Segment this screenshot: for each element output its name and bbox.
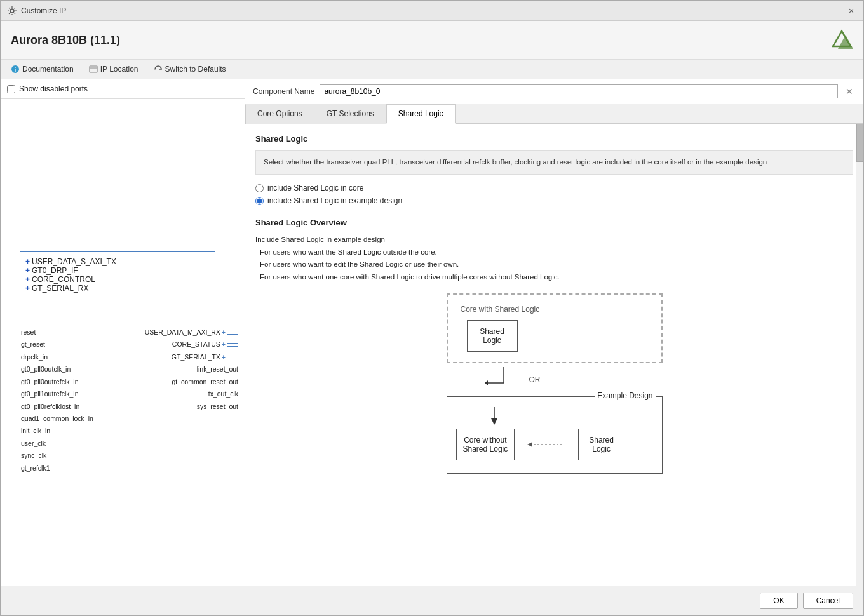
shared-logic-section: Shared Logic Select whether the transcei… (255, 134, 853, 205)
svg-marker-2 (838, 35, 853, 49)
title-bar-left: Customize IP (7, 6, 66, 16)
port-sys-reset-out: sys_reset_out (145, 401, 238, 413)
footer: OK Cancel (1, 586, 863, 615)
right-ports: USER_DATA_M_AXI_RX + CORE_STATUS + GT_SE… (145, 326, 238, 413)
port-gt0-pll0outclk-in: gt0_pll0outclk_in (21, 363, 93, 375)
or-label: OR (529, 375, 541, 384)
left-panel-header: Show disabled ports (1, 79, 245, 99)
radio-in-example-label: include Shared Logic in example design (267, 196, 402, 205)
ok-button[interactable]: OK (760, 593, 797, 609)
arrow-between (527, 438, 565, 451)
component-name-input[interactable] (320, 84, 838, 98)
scrollbar-track[interactable] (856, 124, 863, 586)
example-inner: Core withoutShared Logic SharedLogic (456, 429, 653, 460)
switch-defaults-label: Switch to Defaults (165, 65, 226, 74)
ip-location-button[interactable]: IP Location (86, 64, 141, 75)
overview-line-3: - For users who want one core with Share… (255, 271, 853, 284)
down-arrow (456, 407, 653, 425)
title-bar: Customize IP × (1, 1, 863, 21)
overview-line-0: Include Shared Logic in example design (255, 234, 853, 246)
port-user-clk: user_clk (21, 438, 93, 450)
port-reset: reset (21, 326, 93, 338)
port-gt-serial-tx: GT_SERIAL_TX + (145, 351, 238, 363)
switch-defaults-button[interactable]: Switch to Defaults (151, 64, 229, 75)
tab-shared-logic[interactable]: Shared Logic (386, 104, 456, 124)
overview-text: Include Shared Logic in example design -… (255, 234, 853, 283)
shared-logic-desc: Select whether the transceiver quad PLL,… (255, 150, 853, 175)
or-row: OR (447, 367, 663, 392)
show-disabled-ports-checkbox[interactable] (7, 85, 15, 93)
scrollbar-thumb[interactable] (856, 124, 863, 162)
svg-marker-11 (491, 418, 497, 425)
arrow-container (485, 367, 536, 392)
close-button[interactable]: × (846, 5, 857, 17)
port-link-reset-out: link_reset_out (145, 363, 238, 375)
refresh-icon (154, 65, 163, 74)
dialog-title: Aurora 8B10B (11.1) (11, 34, 120, 47)
main-content: Show disabled ports + USER_DATA_S_AXI_TX (1, 79, 863, 586)
port-tx-out-clk: tx_out_clk (145, 388, 238, 400)
shared-logic-radio-group: include Shared Logic in core include Sha… (255, 184, 853, 205)
radio-item-in-core[interactable]: include Shared Logic in core (255, 184, 853, 192)
port-gt0-pll0refclklost-in: gt0_pll0refclklost_in (21, 401, 93, 413)
shared-logic-diagram: Core with Shared Logic SharedLogic (255, 293, 853, 474)
svg-point-0 (10, 9, 14, 13)
port-gt-common-reset-out: gt_common_reset_out (145, 376, 238, 388)
dashed-arrow-icon (527, 438, 565, 451)
port-core-status: CORE_STATUS + (145, 338, 238, 351)
toolbar: i Documentation IP Location Switch to De… (1, 60, 863, 79)
svg-marker-13 (527, 442, 532, 447)
overview-line-1: - For users who want the Shared Logic ou… (255, 246, 853, 259)
info-icon: i (11, 65, 20, 74)
documentation-label: Documentation (22, 65, 74, 74)
radio-in-example[interactable] (255, 197, 264, 205)
window-title: Customize IP (21, 6, 66, 15)
tab-core-options[interactable]: Core Options (245, 104, 314, 124)
radio-item-in-example[interactable]: include Shared Logic in example design (255, 196, 853, 205)
customize-ip-window: Customize IP × Aurora 8B10B (11.1) i Doc… (0, 0, 864, 616)
documentation-button[interactable]: i Documentation (8, 64, 76, 75)
svg-text:i: i (15, 67, 17, 73)
port-line-gt-serial-rx: + GT_SERIAL_RX (25, 284, 210, 293)
arrow-down-icon (488, 407, 501, 425)
port-quad1-common-lock-in: quad1_common_lock_in (21, 413, 93, 425)
show-disabled-label[interactable]: Show disabled ports (19, 84, 88, 93)
shared-logic-title: Shared Logic (255, 134, 853, 144)
schematic-diagram: + USER_DATA_S_AXI_TX + GT0_DRP_IF + CORE… (1, 99, 245, 586)
port-gt-reset: gt_reset (21, 338, 93, 351)
tab-content-shared-logic: Shared Logic Select whether the transcei… (245, 124, 863, 586)
port-drpclk-in: drpclk_in (21, 351, 93, 363)
port-init-clk-in: init_clk_in (21, 425, 93, 437)
app-icon (7, 6, 17, 16)
svg-marker-9 (485, 380, 488, 385)
component-name-label: Component Name (253, 87, 314, 96)
port-line-user-data: + USER_DATA_S_AXI_TX (25, 257, 210, 266)
interface-lines: + USER_DATA_S_AXI_TX + GT0_DRP_IF + CORE… (20, 255, 215, 295)
shared-logic-overview-section: Shared Logic Overview Include Shared Log… (255, 218, 853, 283)
tabs-container: Core Options GT Selections Shared Logic (245, 104, 863, 124)
cancel-button[interactable]: Cancel (803, 593, 853, 609)
header: Aurora 8B10B (11.1) (1, 21, 863, 60)
example-design-label: Example Design (595, 391, 655, 400)
overview-line-2: - For users who want to edit the Shared … (255, 258, 853, 271)
radio-in-core-label: include Shared Logic in core (267, 184, 363, 192)
clear-component-name-button[interactable]: ✕ (843, 86, 856, 97)
shared-logic-inner-box: SharedLogic (467, 320, 518, 352)
port-line-core-control: + CORE_CONTROL (25, 275, 210, 284)
port-gt0-pll1outrefclk-in: gt0_pll1outrefclk_in (21, 388, 93, 400)
port-user-data-m: USER_DATA_M_AXI_RX + (145, 326, 238, 338)
right-panel: Component Name ✕ Core Options GT Selecti… (245, 79, 863, 586)
shared-logic-box2: SharedLogic (578, 429, 624, 460)
port-sync-clk: sync_clk (21, 450, 93, 462)
overview-title: Shared Logic Overview (255, 218, 853, 227)
location-icon (89, 65, 98, 74)
port-block-main: + USER_DATA_S_AXI_TX + GT0_DRP_IF + CORE… (20, 251, 215, 298)
radio-in-core[interactable] (255, 184, 264, 192)
xilinx-logo (830, 29, 853, 51)
core-with-sl-label: Core with Shared Logic (461, 305, 649, 314)
left-ports: reset gt_reset drpclk_in gt0_pll0outclk_… (21, 326, 93, 474)
port-line-gt0-drp: + GT0_DRP_IF (25, 266, 210, 275)
core-without-box: Core withoutShared Logic (456, 429, 515, 460)
tab-gt-selections[interactable]: GT Selections (314, 104, 386, 124)
connector-arrow (485, 367, 536, 392)
